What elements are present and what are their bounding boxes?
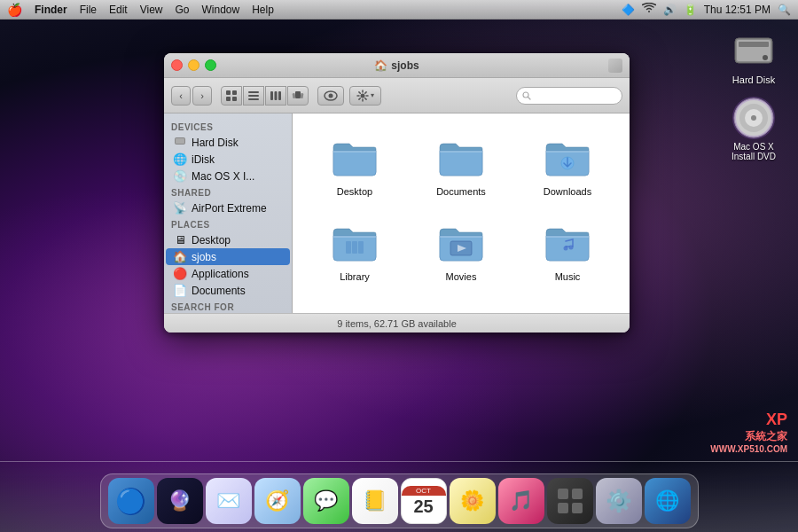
file-item-movies[interactable]: Movies (413, 213, 509, 287)
dock-ichat[interactable]: 💬 (303, 478, 349, 524)
home-icon: 🏠 (374, 59, 387, 72)
harddisk-sidebar-label: Hard Disk (192, 137, 239, 149)
content-area: Desktop Documents (293, 113, 630, 313)
menubar-edit[interactable]: Edit (109, 4, 128, 16)
file-item-desktop[interactable]: Desktop (307, 128, 403, 202)
dock-safari[interactable]: 🧭 (254, 478, 301, 524)
menubar-help[interactable]: Help (252, 4, 274, 16)
sidebar-item-airport[interactable]: 📡 AirPort Extreme (166, 200, 290, 216)
watermark-url: WWW.XP510.COM (710, 444, 787, 454)
menubar-view[interactable]: View (140, 4, 163, 16)
search-box[interactable] (516, 87, 622, 105)
macosx-icon: 💿 (173, 169, 187, 183)
menubar-go[interactable]: Go (176, 4, 190, 16)
svg-rect-32 (358, 241, 364, 254)
desktop-sidebar-label: Desktop (192, 234, 231, 246)
menubar-right: 🔷 🔊 🔋 Thu 12:51 PM 🔍 (622, 3, 791, 16)
dock-ical[interactable]: OCT 25 (401, 478, 447, 524)
svg-rect-44 (558, 489, 568, 499)
eye-button[interactable] (317, 86, 344, 106)
svg-rect-45 (572, 489, 583, 499)
forward-button[interactable]: › (192, 86, 212, 106)
sidebar-item-harddisk[interactable]: Hard Disk (166, 134, 290, 151)
sidebar-item-sjobs[interactable]: 🏠 sjobs (166, 248, 290, 265)
svg-rect-20 (293, 92, 296, 98)
list-view-button[interactable] (243, 86, 264, 106)
dock-dashboard[interactable]: 🔮 (157, 478, 203, 524)
volume-icon: 🔊 (663, 4, 677, 16)
file-item-sites[interactable]: Sites (520, 298, 615, 313)
dock-internet[interactable]: 🌐 (645, 478, 691, 524)
finder-window: 🏠 sjobs ‹ › (164, 53, 630, 332)
svg-point-23 (329, 93, 333, 98)
svg-line-26 (528, 97, 531, 99)
svg-point-24 (361, 93, 365, 98)
icon-view-button[interactable] (221, 86, 242, 106)
minimize-button[interactable] (188, 59, 200, 71)
apple-menu[interactable]: 🍎 (7, 3, 22, 17)
dock-iphoto[interactable]: 🌼 (450, 478, 496, 524)
svg-rect-28 (176, 138, 184, 144)
battery-icon: 🔋 (684, 4, 697, 16)
maximize-button[interactable] (205, 59, 216, 71)
svg-rect-16 (270, 91, 273, 100)
svg-rect-30 (346, 241, 351, 254)
action-button[interactable]: ▾ (349, 86, 381, 106)
resize-handle[interactable] (608, 59, 622, 73)
menubar-left: 🍎 Finder File Edit View Go Window Help (7, 3, 274, 17)
idisk-label: iDisk (192, 153, 215, 166)
menubar-window[interactable]: Window (202, 4, 240, 16)
dock-expose[interactable] (547, 478, 593, 524)
column-view-button[interactable] (265, 86, 286, 106)
desktop-icon-harddisk[interactable]: Hard Disk (718, 28, 789, 85)
sidebar-section-shared: SHARED (164, 184, 292, 200)
sidebar-item-macosx[interactable]: 💿 Mac OS X I... (166, 168, 290, 184)
gear-arrow: ▾ (371, 91, 374, 99)
toolbar: ‹ › (164, 78, 630, 113)
file-item-documents[interactable]: Documents (413, 128, 509, 202)
sidebar-section-places: PLACES (164, 216, 292, 231)
file-item-downloads[interactable]: Downloads (520, 128, 615, 202)
applications-icon: 🔴 (173, 267, 187, 280)
sidebar-section-search: SEARCH FOR (164, 299, 292, 313)
svg-rect-12 (232, 97, 237, 101)
dock-finder[interactable]: 🔵 (108, 478, 154, 524)
dock-addressbook[interactable]: 📒 (352, 478, 398, 524)
dock-mail[interactable]: ✉️ (206, 478, 252, 524)
menubar-file[interactable]: File (80, 4, 97, 16)
airport-label: AirPort Extreme (192, 202, 267, 215)
file-item-library[interactable]: Library (307, 213, 403, 287)
sidebar-item-documents[interactable]: 📄 Documents (166, 282, 290, 299)
file-item-music[interactable]: Music (520, 213, 615, 287)
pictures-folder-icon (330, 303, 379, 313)
desktop-icon-dvd[interactable]: Mac OS X Install DVD (718, 96, 789, 161)
watermark: XP 系統之家 WWW.XP510.COM (710, 411, 787, 454)
coverflow-view-button[interactable] (287, 86, 309, 106)
svg-point-36 (569, 246, 574, 250)
file-item-public[interactable]: Public (413, 298, 509, 313)
close-button[interactable] (171, 59, 183, 71)
dock-inner: 🔵 🔮 ✉️ 🧭 💬 📒 OCT 25 🌼 (100, 473, 699, 528)
dvd-icon (732, 96, 776, 140)
sidebar-item-idisk[interactable]: 🌐 iDisk (166, 151, 290, 168)
menubar-finder[interactable]: Finder (35, 4, 67, 16)
bluetooth-icon: 🔷 (622, 4, 635, 16)
file-item-pictures[interactable]: Pictures (307, 298, 403, 313)
movies-file-label: Movies (446, 271, 477, 282)
sjobs-icon: 🏠 (173, 250, 187, 263)
harddisk-label: Hard Disk (732, 74, 775, 85)
desktop-folder-icon (330, 133, 379, 183)
downloads-folder-icon (543, 133, 592, 183)
dock-systemprefs[interactable]: ⚙️ (596, 478, 642, 524)
downloads-file-label: Downloads (544, 186, 591, 197)
sidebar-item-desktop[interactable]: 🖥 Desktop (166, 231, 290, 248)
dock-itunes[interactable]: 🎵 (498, 478, 544, 524)
window-controls (171, 59, 216, 71)
documents-file-label: Documents (436, 186, 486, 197)
back-button[interactable]: ‹ (171, 86, 191, 106)
spotlight-icon[interactable]: 🔍 (778, 4, 791, 16)
watermark-xp: XP (710, 411, 787, 429)
sidebar-item-applications[interactable]: 🔴 Applications (166, 265, 290, 282)
desktop-file-label: Desktop (337, 186, 372, 197)
library-folder-icon (330, 218, 379, 268)
